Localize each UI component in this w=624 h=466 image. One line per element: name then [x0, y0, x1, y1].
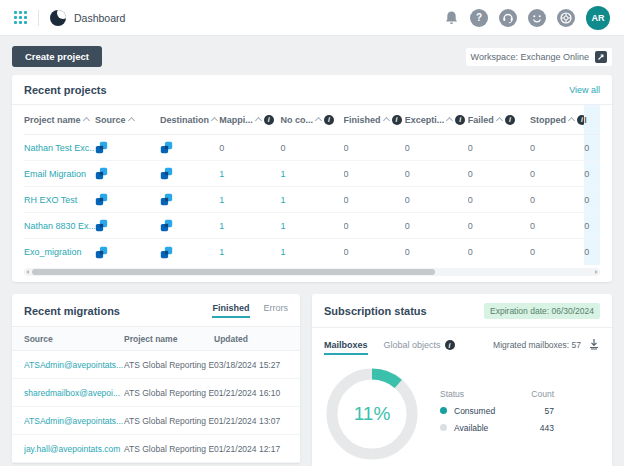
column-project-name: Project name	[124, 334, 214, 344]
failed-value: 0	[468, 221, 473, 231]
sort-icon[interactable]	[127, 117, 134, 124]
mappings-value[interactable]: 1	[219, 247, 224, 257]
exchange-destination-icon	[160, 141, 173, 154]
legend-label: Available	[454, 423, 520, 433]
migrations-table-header: Source Project name Updated	[12, 327, 300, 351]
column-header-source[interactable]: Source	[95, 115, 160, 125]
sort-icon[interactable]	[383, 117, 390, 124]
sort-icon[interactable]	[82, 117, 89, 124]
user-avatar[interactable]: AR	[586, 6, 610, 30]
migration-updated: 01/21/2024 12:17	[214, 444, 288, 454]
info-icon[interactable]	[324, 115, 334, 125]
exchange-destination-icon	[160, 246, 173, 259]
feedback-smiley-icon[interactable]	[528, 9, 546, 27]
column-header-destination[interactable]: Destination	[160, 115, 219, 125]
subscription-status-card: Subscription status Expiration date: 06/…	[312, 294, 612, 466]
tab-global-objects[interactable]: Global objects	[384, 340, 455, 355]
headset-icon[interactable]	[499, 9, 517, 27]
no-content-value[interactable]: 1	[280, 221, 285, 231]
sort-icon[interactable]	[496, 117, 503, 124]
exceptions-value: 0	[405, 247, 410, 257]
workspace-label: Workspace: Exchange Online	[471, 52, 589, 62]
column-header-stopped[interactable]: Stopped	[530, 115, 584, 125]
project-name-link[interactable]: Email Migration	[24, 169, 86, 179]
info-icon[interactable]	[264, 115, 274, 125]
recent-migrations-card: Recent migrations Finished Errors Source…	[12, 294, 300, 463]
info-icon[interactable]	[505, 115, 515, 125]
legend-label: Consumed	[454, 406, 520, 416]
exceptions-value: 0	[405, 143, 410, 153]
failed-value: 0	[468, 143, 473, 153]
tab-finished[interactable]: Finished	[212, 303, 249, 318]
legend-header-count: Count	[520, 389, 554, 399]
migrations-tabs: Finished Errors	[198, 303, 288, 318]
recent-migrations-title: Recent migrations	[24, 305, 120, 317]
column-header-i: I	[584, 105, 600, 134]
no-content-value[interactable]: 1	[280, 195, 285, 205]
info-icon[interactable]	[392, 115, 402, 125]
mappings-value[interactable]: 1	[219, 195, 224, 205]
column-header-excepti-[interactable]: Excepti...	[405, 115, 468, 125]
in-progress-value: 0	[584, 169, 589, 179]
project-name-link[interactable]: RH EXO Test	[24, 195, 77, 205]
no-content-value[interactable]: 1	[280, 169, 285, 179]
column-header-mappi-[interactable]: Mappi...	[219, 115, 280, 125]
migration-updated: 01/21/2024 13:07	[214, 416, 288, 426]
subscription-title: Subscription status	[324, 305, 427, 317]
tab-mailboxes[interactable]: Mailboxes	[324, 340, 368, 355]
sort-icon[interactable]	[568, 117, 575, 124]
column-header-finished[interactable]: Finished	[344, 115, 405, 125]
fly-logo-icon[interactable]	[50, 10, 66, 26]
finished-value: 0	[344, 169, 349, 179]
sort-icon[interactable]	[315, 117, 322, 124]
migration-source-link[interactable]: sharedmailbox@avepoi...	[24, 388, 124, 398]
sort-icon[interactable]	[211, 117, 218, 124]
finished-value: 0	[344, 195, 349, 205]
create-project-button[interactable]: Create project	[12, 46, 102, 67]
download-icon[interactable]	[588, 338, 600, 352]
exchange-destination-icon	[160, 167, 173, 180]
subscription-tabs: Mailboxes Global objects Migrated mailbo…	[312, 328, 612, 355]
mappings-value[interactable]: 1	[219, 169, 224, 179]
sort-icon[interactable]	[446, 117, 453, 124]
support-ring-icon[interactable]	[557, 9, 575, 27]
project-name-link[interactable]: Exo_migration	[24, 247, 82, 257]
column-header-failed[interactable]: Failed	[468, 115, 530, 125]
scrollbar-thumb[interactable]	[32, 269, 435, 275]
horizontal-scrollbar[interactable]	[24, 268, 600, 276]
topbar-actions: AR	[444, 6, 610, 30]
tab-global-objects-label: Global objects	[384, 340, 441, 350]
info-icon[interactable]	[455, 115, 465, 125]
table-row: RH EXO Test1100000	[24, 187, 600, 213]
info-icon[interactable]	[445, 340, 455, 350]
in-progress-value: 0	[584, 247, 589, 257]
bell-icon[interactable]	[444, 10, 459, 26]
migration-project-name: ATS Global Reporting EXO	[124, 360, 214, 370]
recent-projects-title: Recent projects	[24, 84, 107, 96]
help-icon[interactable]	[470, 9, 488, 27]
sort-icon[interactable]	[255, 117, 262, 124]
migration-source-link[interactable]: ATSAdmin@avepointats...	[24, 416, 124, 426]
failed-value: 0	[468, 169, 473, 179]
switch-workspace-icon[interactable]	[595, 51, 607, 63]
finished-value: 0	[344, 143, 349, 153]
chart-legend: Status Count Consumed57Available443	[440, 389, 554, 440]
column-header-project-name[interactable]: Project name	[24, 115, 95, 125]
exchange-source-icon	[95, 246, 108, 259]
info-icon[interactable]	[577, 115, 584, 125]
column-header-no-co-[interactable]: No co...	[280, 115, 343, 125]
project-name-link[interactable]: Nathan Test Exc...	[24, 143, 95, 153]
tab-errors[interactable]: Errors	[264, 303, 289, 318]
migration-source-link[interactable]: jay.hall@avepointats.com	[24, 444, 124, 454]
migration-source-link[interactable]: ATSAdmin@avepointats...	[24, 360, 124, 370]
app-launcher-icon[interactable]	[14, 11, 27, 24]
workspace-selector[interactable]: Workspace: Exchange Online	[466, 48, 612, 66]
table-row: Email Migration1100000	[24, 161, 600, 187]
no-content-value[interactable]: 1	[280, 247, 285, 257]
mappings-value[interactable]: 1	[219, 221, 224, 231]
view-all-link[interactable]: View all	[569, 85, 600, 95]
donut-chart: 11%	[326, 368, 418, 460]
legend-dot-icon	[440, 407, 447, 414]
project-name-link[interactable]: Nathan 8830 Ex...	[24, 221, 95, 231]
projects-table-body: Nathan Test Exc...0000000Email Migration…	[24, 135, 600, 265]
